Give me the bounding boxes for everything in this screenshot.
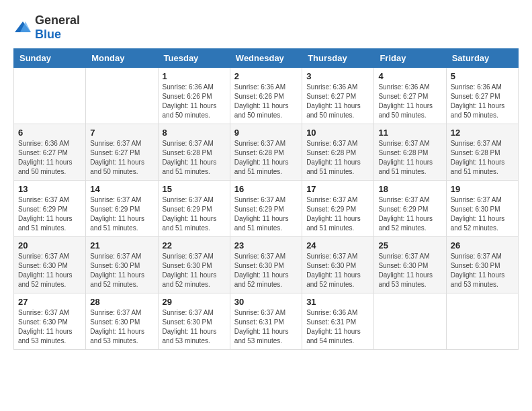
day-info: Sunrise: 6:36 AM Sunset: 6:26 PM Dayligh… [163,83,226,120]
calendar-cell-w3-d7: 19Sunrise: 6:37 AM Sunset: 6:30 PM Dayli… [446,181,518,237]
day-info: Sunrise: 6:37 AM Sunset: 6:28 PM Dayligh… [306,139,369,177]
calendar-cell-w4-d6: 25Sunrise: 6:37 AM Sunset: 6:30 PM Dayli… [374,237,446,293]
col-sunday: Sunday [14,49,86,68]
day-number: 23 [234,240,298,250]
calendar-cell-w1-d6: 4Sunrise: 6:36 AM Sunset: 6:27 PM Daylig… [374,68,446,124]
day-info: Sunrise: 6:37 AM Sunset: 6:30 PM Dayligh… [90,308,153,346]
day-number: 26 [451,240,514,250]
calendar-cell-w3-d5: 17Sunrise: 6:37 AM Sunset: 6:29 PM Dayli… [302,181,374,237]
day-number: 16 [234,184,298,194]
day-number: 21 [90,240,153,250]
calendar-cell-w3-d2: 14Sunrise: 6:37 AM Sunset: 6:29 PM Dayli… [86,181,158,237]
day-number: 19 [451,184,514,194]
day-number: 31 [306,297,369,307]
calendar-table: Sunday Monday Tuesday Wednesday Thursday… [13,48,519,350]
calendar-cell-w1-d2 [86,68,158,124]
calendar-cell-w3-d3: 15Sunrise: 6:37 AM Sunset: 6:29 PM Dayli… [158,181,230,237]
calendar-cell-w4-d7: 26Sunrise: 6:37 AM Sunset: 6:30 PM Dayli… [446,237,518,293]
calendar-cell-w5-d3: 29Sunrise: 6:37 AM Sunset: 6:30 PM Dayli… [158,293,230,350]
calendar-cell-w5-d1: 27Sunrise: 6:37 AM Sunset: 6:30 PM Dayli… [14,293,86,350]
day-number: 11 [378,128,441,138]
calendar-cell-w1-d3: 1Sunrise: 6:36 AM Sunset: 6:26 PM Daylig… [158,68,230,124]
day-info: Sunrise: 6:37 AM Sunset: 6:29 PM Dayligh… [163,195,226,233]
day-info: Sunrise: 6:37 AM Sunset: 6:30 PM Dayligh… [451,252,514,289]
calendar-cell-w2-d2: 7Sunrise: 6:37 AM Sunset: 6:27 PM Daylig… [86,124,158,181]
day-info: Sunrise: 6:37 AM Sunset: 6:30 PM Dayligh… [18,252,81,289]
calendar-cell-w3-d1: 13Sunrise: 6:37 AM Sunset: 6:29 PM Dayli… [14,181,86,237]
day-number: 18 [378,184,441,194]
day-number: 2 [234,71,298,81]
calendar-week-1: 1Sunrise: 6:36 AM Sunset: 6:26 PM Daylig… [14,68,519,124]
calendar-week-3: 13Sunrise: 6:37 AM Sunset: 6:29 PM Dayli… [14,181,519,237]
logo-blue: Blue [35,28,61,41]
calendar-cell-w5-d5: 31Sunrise: 6:36 AM Sunset: 6:31 PM Dayli… [302,293,374,350]
col-wednesday: Wednesday [230,49,302,68]
day-number: 17 [306,184,369,194]
calendar-cell-w2-d3: 8Sunrise: 6:37 AM Sunset: 6:28 PM Daylig… [158,124,230,181]
calendar-cell-w4-d2: 21Sunrise: 6:37 AM Sunset: 6:30 PM Dayli… [86,237,158,293]
day-number: 14 [90,184,153,194]
col-monday: Monday [86,49,158,68]
day-number: 1 [163,71,226,81]
calendar-cell-w3-d6: 18Sunrise: 6:37 AM Sunset: 6:29 PM Dayli… [374,181,446,237]
calendar-cell-w2-d6: 11Sunrise: 6:37 AM Sunset: 6:28 PM Dayli… [374,124,446,181]
day-info: Sunrise: 6:37 AM Sunset: 6:30 PM Dayligh… [378,252,441,289]
day-info: Sunrise: 6:37 AM Sunset: 6:29 PM Dayligh… [18,195,81,233]
logo-icon [13,20,32,35]
calendar-cell-w4-d1: 20Sunrise: 6:37 AM Sunset: 6:30 PM Dayli… [14,237,86,293]
col-friday: Friday [374,49,446,68]
calendar-cell-w2-d4: 9Sunrise: 6:37 AM Sunset: 6:28 PM Daylig… [230,124,302,181]
day-number: 30 [234,297,298,307]
calendar-cell-w1-d4: 2Sunrise: 6:36 AM Sunset: 6:26 PM Daylig… [230,68,302,124]
day-info: Sunrise: 6:36 AM Sunset: 6:27 PM Dayligh… [378,83,441,120]
day-info: Sunrise: 6:37 AM Sunset: 6:30 PM Dayligh… [234,252,298,289]
day-number: 4 [378,71,441,81]
day-number: 12 [451,128,514,138]
day-info: Sunrise: 6:37 AM Sunset: 6:30 PM Dayligh… [163,252,226,289]
day-info: Sunrise: 6:37 AM Sunset: 6:30 PM Dayligh… [163,308,226,346]
day-number: 5 [451,71,514,81]
day-info: Sunrise: 6:37 AM Sunset: 6:29 PM Dayligh… [90,195,153,233]
col-saturday: Saturday [446,49,518,68]
calendar-cell-w3-d4: 16Sunrise: 6:37 AM Sunset: 6:29 PM Dayli… [230,181,302,237]
calendar-cell-w1-d5: 3Sunrise: 6:36 AM Sunset: 6:27 PM Daylig… [302,68,374,124]
logo: General Blue [13,13,80,42]
col-thursday: Thursday [302,49,374,68]
calendar-cell-w4-d5: 24Sunrise: 6:37 AM Sunset: 6:30 PM Dayli… [302,237,374,293]
page-header: General Blue [13,13,519,42]
calendar-cell-w4-d3: 22Sunrise: 6:37 AM Sunset: 6:30 PM Dayli… [158,237,230,293]
logo-text: General Blue [35,13,80,42]
calendar-cell-w5-d6 [374,293,446,350]
calendar-week-4: 20Sunrise: 6:37 AM Sunset: 6:30 PM Dayli… [14,237,519,293]
calendar-cell-w5-d4: 30Sunrise: 6:37 AM Sunset: 6:31 PM Dayli… [230,293,302,350]
day-info: Sunrise: 6:37 AM Sunset: 6:28 PM Dayligh… [163,139,226,177]
day-info: Sunrise: 6:37 AM Sunset: 6:30 PM Dayligh… [306,252,369,289]
day-number: 8 [163,128,226,138]
day-number: 3 [306,71,369,81]
day-number: 29 [163,297,226,307]
day-info: Sunrise: 6:37 AM Sunset: 6:30 PM Dayligh… [451,195,514,233]
day-info: Sunrise: 6:36 AM Sunset: 6:26 PM Dayligh… [234,83,298,120]
calendar-cell-w5-d2: 28Sunrise: 6:37 AM Sunset: 6:30 PM Dayli… [86,293,158,350]
day-info: Sunrise: 6:37 AM Sunset: 6:29 PM Dayligh… [306,195,369,233]
day-info: Sunrise: 6:37 AM Sunset: 6:29 PM Dayligh… [234,195,298,233]
day-info: Sunrise: 6:36 AM Sunset: 6:27 PM Dayligh… [451,83,514,120]
day-number: 13 [18,184,81,194]
day-number: 9 [234,128,298,138]
day-number: 27 [18,297,81,307]
day-number: 28 [90,297,153,307]
calendar-cell-w4-d4: 23Sunrise: 6:37 AM Sunset: 6:30 PM Dayli… [230,237,302,293]
day-number: 15 [163,184,226,194]
day-info: Sunrise: 6:37 AM Sunset: 6:28 PM Dayligh… [234,139,298,177]
day-info: Sunrise: 6:37 AM Sunset: 6:30 PM Dayligh… [18,308,81,346]
day-info: Sunrise: 6:37 AM Sunset: 6:28 PM Dayligh… [451,139,514,177]
day-number: 20 [18,240,81,250]
day-info: Sunrise: 6:37 AM Sunset: 6:27 PM Dayligh… [90,139,153,177]
logo-general: General [35,13,80,27]
day-info: Sunrise: 6:36 AM Sunset: 6:27 PM Dayligh… [18,139,81,177]
day-info: Sunrise: 6:37 AM Sunset: 6:30 PM Dayligh… [90,252,153,289]
day-number: 22 [163,240,226,250]
day-info: Sunrise: 6:36 AM Sunset: 6:31 PM Dayligh… [306,308,369,346]
day-info: Sunrise: 6:37 AM Sunset: 6:28 PM Dayligh… [378,139,441,177]
day-info: Sunrise: 6:37 AM Sunset: 6:31 PM Dayligh… [234,308,298,346]
